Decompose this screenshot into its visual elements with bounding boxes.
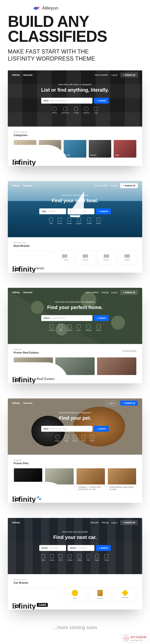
demo-nav: lisfinity Discover Log In + Submit Ad <box>8 398 142 408</box>
estate-tile[interactable] <box>97 358 136 375</box>
cat-item-toys[interactable]: Toys <box>94 107 98 114</box>
field-label: Brand <box>42 547 48 549</box>
cat-item[interactable]: Sedan <box>67 554 73 561</box>
brand-card[interactable]: Catana <box>118 251 137 264</box>
nav-submit-button[interactable]: + Submit Ad <box>120 520 138 525</box>
demo-logo: li8finityCARS <box>12 602 48 610</box>
search-button[interactable]: ⌕ Search <box>94 426 109 432</box>
search-button[interactable]: ⌕ Search <box>94 98 109 104</box>
nav-login[interactable]: Log In <box>111 521 117 524</box>
nav-discover[interactable]: Discover <box>23 402 33 404</box>
cat-item[interactable]: Truck <box>104 554 109 561</box>
motor-icon <box>58 218 62 222</box>
demo-logo-sub: Real Estates <box>37 377 55 381</box>
cat-item[interactable]: Hatch <box>77 554 82 561</box>
cat-item[interactable]: Garage <box>85 324 92 331</box>
search-button[interactable]: ⌕ Search <box>96 545 111 551</box>
cat-item[interactable]: Berth <box>96 218 101 224</box>
nav-how[interactable]: How it works? <box>95 74 108 76</box>
hero-title: Find your perfect home. <box>47 305 103 310</box>
nav-discover[interactable]: Discover <box>23 74 33 76</box>
nav-submit-button[interactable]: + Submit Ad <box>120 401 138 406</box>
nav-submit-button[interactable]: + Submit Ad <box>120 72 138 78</box>
searchbar: Brand All brands Model All models ⌕ Sear… <box>39 545 111 551</box>
trailer-icon <box>87 218 91 222</box>
cat-item[interactable]: Engine <box>76 218 82 224</box>
brand-card[interactable]: Rogue <box>76 251 95 264</box>
nav-how[interactable]: How it works? <box>94 184 108 187</box>
demo-nav: lisfinity Discover How it works? Log In … <box>8 70 142 80</box>
search-location-input[interactable]: Where search location… <box>41 315 92 321</box>
headline-line2: CLASSIFIEDS <box>8 28 107 45</box>
nav-submit-button[interactable]: + Submit Ad <box>120 290 138 295</box>
nav-how[interactable]: How it works? <box>85 291 99 294</box>
brand-logo-encore <box>104 254 109 258</box>
pet-card[interactable]: Golden Retriever puppy looking for owner <box>108 468 136 494</box>
nav-login[interactable]: Log In <box>111 291 117 294</box>
cat-item[interactable]: Birds <box>73 435 77 442</box>
cat-item[interactable]: Cats <box>64 435 68 442</box>
nav-pricing[interactable]: Pricing <box>111 184 118 187</box>
cat-item-games[interactable]: Games <box>83 107 90 114</box>
search-brand-select[interactable]: Brand All brands <box>68 208 94 214</box>
tile-crafts[interactable]: Crafts <box>64 140 86 158</box>
tile-games[interactable]: Games <box>89 140 112 158</box>
pet-card[interactable]: 3 Puppies 3 - 14 weeks Given. Good Healt… <box>76 468 105 494</box>
cat-item[interactable]: Sail <box>49 218 53 224</box>
brand-card-opel[interactable]: Opel <box>64 588 86 601</box>
cat-item[interactable]: Other <box>90 435 95 442</box>
field-value: All models <box>77 547 87 549</box>
cat-item[interactable]: SUV <box>59 554 62 561</box>
below-title: Boat Brands <box>14 244 136 247</box>
field-label: Where <box>44 317 50 319</box>
demo-logo: li8finityboats <box>12 265 44 273</box>
tile-toys[interactable]: Toys <box>114 140 136 158</box>
cat-item-bikes[interactable]: Bikes <box>52 107 57 114</box>
paw-icon: 🐾 <box>37 496 41 500</box>
nav-login[interactable]: Log In <box>106 401 117 406</box>
cat-item[interactable]: Office <box>67 324 72 331</box>
cat-item[interactable]: Van <box>87 554 91 561</box>
cat-item[interactable]: Room <box>96 324 101 331</box>
nav-discover[interactable]: Discover <box>90 521 99 524</box>
cat-item[interactable]: Flat <box>59 324 63 331</box>
search-button[interactable]: ⌕ Search <box>94 315 109 321</box>
cat-item[interactable]: Dogs <box>55 435 60 442</box>
cat-item[interactable]: Land <box>77 324 81 331</box>
cat-item[interactable]: Small <box>67 218 72 224</box>
view-all-link[interactable]: All Real Estates <box>123 350 136 352</box>
search-button-label: Search <box>99 428 106 430</box>
cat-item[interactable]: New <box>41 554 45 561</box>
cat-item[interactable]: Trailer <box>86 218 92 224</box>
hero-overline: More than 6k pets in 4 categories <box>59 412 91 414</box>
brand-card-renault[interactable]: Renault <box>114 588 136 601</box>
subheadline: MAKE FAST START WITH THE LISFINITY WORDP… <box>8 48 142 62</box>
watermark-face-icon <box>123 636 129 641</box>
search-input[interactable]: What What do you want <box>41 98 92 104</box>
nav-discover[interactable]: Discover <box>23 184 33 187</box>
nav-login[interactable]: Log In <box>111 74 117 76</box>
nav-submit-button[interactable]: + Submit Ad <box>120 183 138 188</box>
nav-discover[interactable]: Discover <box>23 291 33 294</box>
search-type-select[interactable]: Type All types <box>39 208 66 214</box>
cat-item[interactable]: Motor <box>57 218 62 224</box>
search-button[interactable]: ⌕ Search <box>96 208 111 214</box>
car-icon <box>41 554 45 558</box>
search-brand-select[interactable]: Brand All brands <box>39 545 66 551</box>
cat-item[interactable]: Sport <box>95 554 100 561</box>
search-input[interactable]: What What do you want <box>41 426 92 432</box>
demo-nav: lisfinity Discover Pricing Log In + Subm… <box>8 518 142 527</box>
cat-item[interactable]: Used <box>50 554 54 561</box>
cat-item[interactable]: Fish <box>81 435 85 442</box>
brand-card[interactable]: enCore <box>97 251 116 264</box>
nav-pricing[interactable]: Pricing <box>102 521 109 524</box>
brand-card-porsche[interactable]: Porsche <box>89 588 112 601</box>
nav-pricing[interactable]: Pricing <box>102 291 109 294</box>
sail-icon <box>49 218 53 222</box>
cat-item-crafts[interactable]: Crafts <box>74 107 79 114</box>
cat-item[interactable]: House <box>49 324 54 331</box>
search-model-select[interactable]: Model All models <box>68 545 94 551</box>
brand-cloud-icon <box>34 6 40 10</box>
cat-item-cameras[interactable]: Cameras <box>61 107 69 114</box>
subline-line2: LISFINITY WORDPRESS THEME <box>8 56 95 62</box>
